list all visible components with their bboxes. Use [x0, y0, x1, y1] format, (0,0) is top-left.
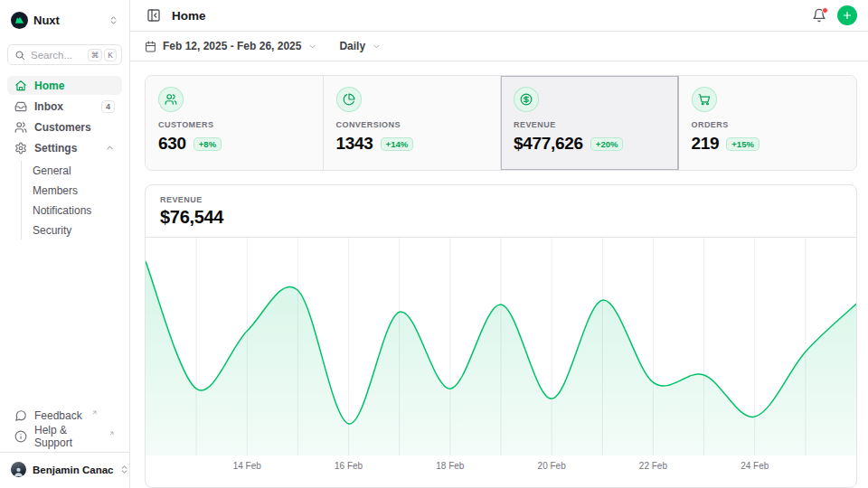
stats-cards: CUSTOMERS 630+8% CONVERSIONS 1343+14% RE… [145, 75, 857, 171]
stat-card-conversions[interactable]: CONVERSIONS 1343+14% [324, 76, 502, 170]
search-icon [14, 50, 25, 61]
sidebar-footer-links: Feedback Help & Support [7, 406, 122, 446]
calendar-icon [145, 41, 156, 52]
sidebar-item-label: Inbox [34, 100, 94, 113]
avatar [11, 462, 26, 477]
sidebar-nav: Home Inbox 4 Customers Settings [7, 76, 122, 239]
inbox-icon [14, 100, 27, 113]
chart-metric-label: REVENUE [160, 195, 842, 204]
sidebar-spacer [7, 239, 122, 406]
x-axis-tick: 22 Feb [639, 461, 667, 471]
nuxt-logo-icon [11, 12, 28, 29]
users-icon [14, 121, 27, 134]
shopping-cart-icon [692, 87, 717, 112]
workspace-name: Nuxt [33, 14, 103, 27]
help-support-label: Help & Support [34, 424, 99, 449]
chart-header: REVENUE $76,544 [146, 185, 856, 237]
chart-total-value: $76,544 [160, 207, 842, 228]
external-link-icon [91, 409, 98, 416]
external-link-icon [108, 430, 115, 436]
stat-label: REVENUE [514, 120, 556, 129]
sidebar: Nuxt Search... ⌘ K Home [0, 0, 130, 488]
x-axis-tick: 24 Feb [741, 461, 769, 471]
kbd-k: K [104, 49, 117, 61]
kbd-meta: ⌘ [88, 49, 103, 61]
stat-value: 630 [158, 134, 186, 154]
main-area: Home Feb 12, 2025 - Feb 26, 2025 Daily [130, 0, 868, 488]
stat-card-customers[interactable]: CUSTOMERS 630+8% [146, 76, 324, 170]
sidebar-item-notifications[interactable]: Notifications [24, 201, 122, 220]
notifications-button[interactable] [810, 6, 828, 24]
chevron-up-icon [105, 143, 115, 153]
sidebar-item-security[interactable]: Security [24, 221, 122, 239]
page-title: Home [172, 9, 801, 23]
chevrons-up-down-icon [119, 465, 129, 474]
users-icon [158, 87, 184, 112]
sidebar-item-label: Customers [34, 121, 115, 134]
stat-card-revenue[interactable]: REVENUE $477,626+20% [501, 76, 679, 170]
pie-chart-icon [336, 87, 362, 112]
app-root: Nuxt Search... ⌘ K Home [0, 0, 868, 488]
x-axis-tick: 14 Feb [233, 461, 261, 471]
period-label: Daily [339, 40, 365, 52]
inbox-count-badge: 4 [101, 100, 115, 113]
sidebar-item-settings[interactable]: Settings [7, 138, 122, 157]
user-name: Benjamin Canac [33, 465, 113, 475]
x-axis-tick: 20 Feb [538, 461, 566, 471]
user-menu[interactable]: Benjamin Canac [7, 458, 122, 481]
chevron-down-icon [372, 42, 382, 52]
sidebar-item-label: Settings [34, 142, 98, 155]
sidebar-item-general[interactable]: General [24, 161, 122, 180]
date-range-picker[interactable]: Feb 12, 2025 - Feb 26, 2025 [145, 40, 317, 52]
help-support-link[interactable]: Help & Support [7, 427, 122, 446]
period-select[interactable]: Daily [339, 40, 382, 52]
notification-dot [822, 7, 828, 14]
search-shortcut: ⌘ K [88, 49, 117, 61]
date-range-label: Feb 12, 2025 - Feb 26, 2025 [163, 40, 301, 52]
stat-delta-badge: +14% [381, 137, 414, 151]
plus-icon [842, 10, 853, 21]
page-header: Home [130, 0, 868, 32]
search-placeholder: Search... [31, 50, 82, 61]
settings-submenu: General Members Notifications Security [21, 161, 122, 239]
sidebar-collapse-button[interactable] [145, 6, 163, 24]
panel-left-close-icon [146, 8, 161, 23]
sidebar-item-inbox[interactable]: Inbox 4 [7, 97, 122, 116]
stat-value: $477,626 [514, 134, 583, 154]
workspace-switcher[interactable]: Nuxt [7, 9, 122, 31]
x-axis-tick: 18 Feb [436, 461, 464, 471]
feedback-link[interactable]: Feedback [7, 406, 122, 425]
filters-toolbar: Feb 12, 2025 - Feb 26, 2025 Daily [130, 32, 868, 61]
chevrons-up-down-icon [108, 15, 118, 25]
stat-delta-badge: +20% [590, 137, 624, 151]
stat-card-orders[interactable]: ORDERS 219+15% [679, 76, 857, 170]
stat-value: 219 [692, 134, 720, 154]
add-button[interactable] [837, 5, 857, 25]
revenue-chart-card: REVENUE $76,544 14 Feb16 Feb18 Feb20 Feb… [145, 184, 857, 488]
sidebar-item-customers[interactable]: Customers [7, 117, 122, 136]
sidebar-divider [0, 452, 129, 453]
chevron-down-icon [307, 42, 317, 52]
chart-x-axis: 14 Feb16 Feb18 Feb20 Feb22 Feb24 Feb [146, 455, 856, 481]
stat-label: CONVERSIONS [336, 120, 401, 129]
stat-delta-badge: +15% [726, 137, 760, 151]
gear-icon [14, 142, 27, 155]
home-icon [14, 80, 27, 92]
sidebar-item-home[interactable]: Home [7, 76, 122, 95]
stat-delta-badge: +8% [193, 137, 222, 151]
revenue-area-chart [146, 238, 856, 455]
stat-label: ORDERS [692, 120, 729, 129]
page-content: CUSTOMERS 630+8% CONVERSIONS 1343+14% RE… [130, 61, 868, 488]
sidebar-item-members[interactable]: Members [24, 181, 122, 200]
chat-bubble-icon [14, 409, 27, 422]
x-axis-tick: 16 Feb [335, 461, 363, 471]
info-icon [14, 430, 27, 443]
stat-label: CUSTOMERS [158, 120, 213, 129]
chart-plot-area[interactable] [146, 238, 856, 455]
circle-dollar-icon [514, 87, 539, 112]
search-input[interactable]: Search... ⌘ K [7, 44, 122, 65]
sidebar-item-label: Home [34, 80, 115, 92]
feedback-label: Feedback [34, 409, 82, 422]
stat-value: 1343 [336, 134, 373, 154]
